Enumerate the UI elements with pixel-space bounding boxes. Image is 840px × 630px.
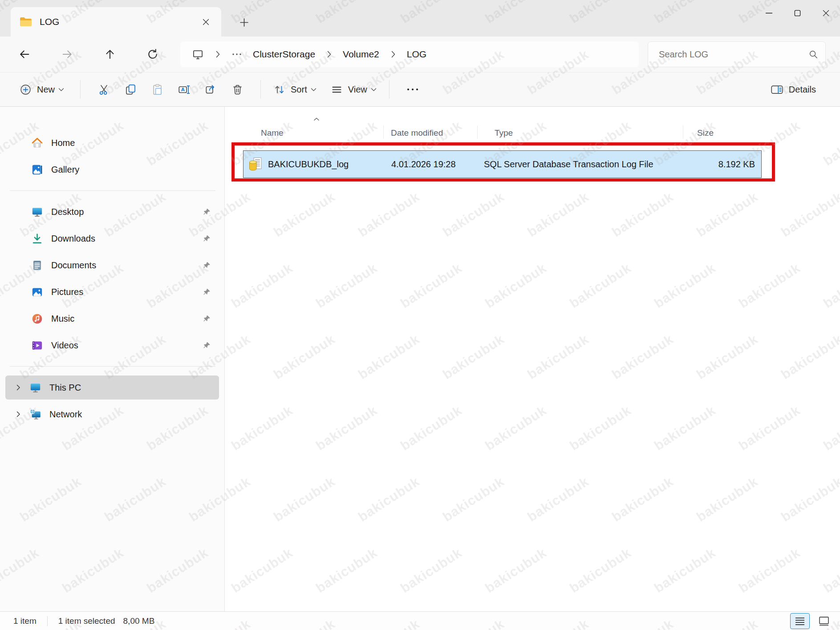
videos-icon xyxy=(31,339,43,351)
pin-icon xyxy=(203,288,211,296)
sidebar-divider xyxy=(10,190,215,191)
toolbar-divider xyxy=(389,80,390,99)
sidebar-item-documents[interactable]: Documents xyxy=(5,253,219,277)
explorer-tab[interactable]: LOG xyxy=(11,7,221,36)
sidebar-item-label: Videos xyxy=(51,340,78,351)
new-button[interactable]: New xyxy=(13,77,70,102)
home-icon xyxy=(31,137,43,149)
sidebar-item-desktop[interactable]: Desktop xyxy=(5,200,219,224)
chevron-right-icon xyxy=(390,50,396,58)
scissors-icon xyxy=(98,84,110,96)
downloads-icon xyxy=(31,233,43,245)
tab-title: LOG xyxy=(40,16,198,27)
toolbar-divider xyxy=(80,80,81,99)
sidebar-item-network[interactable]: Network xyxy=(5,402,219,426)
breadcrumb-item[interactable]: Volume2 xyxy=(343,49,379,60)
chevron-down-icon xyxy=(311,88,317,92)
column-header-size[interactable]: Size xyxy=(693,128,826,138)
back-button[interactable] xyxy=(12,42,37,67)
new-button-label: New xyxy=(37,85,55,95)
chevron-expand-icon[interactable] xyxy=(15,384,21,391)
sidebar-item-label: Home xyxy=(51,138,75,148)
sidebar-item-label: Pictures xyxy=(51,287,83,297)
address-bar[interactable]: ClusterStorage Volume2 LOG xyxy=(180,41,639,67)
details-pane-button[interactable]: Details xyxy=(766,77,824,102)
details-view-toggle[interactable] xyxy=(790,613,810,629)
delete-button[interactable] xyxy=(224,77,251,102)
share-icon xyxy=(205,84,217,96)
window-controls xyxy=(755,0,840,26)
trash-icon xyxy=(231,84,243,96)
new-tab-button[interactable] xyxy=(235,14,253,30)
sidebar-item-home[interactable]: Home xyxy=(5,131,219,155)
maximize-button[interactable] xyxy=(783,0,812,26)
sidebar-item-videos[interactable]: Videos xyxy=(5,333,219,357)
paste-button[interactable] xyxy=(144,77,170,102)
share-button[interactable] xyxy=(197,77,224,102)
sort-button[interactable]: Sort xyxy=(271,77,319,102)
search-input[interactable] xyxy=(658,49,808,60)
details-view-icon xyxy=(795,617,805,626)
column-divider[interactable] xyxy=(683,125,683,139)
breadcrumb-item-current[interactable]: LOG xyxy=(407,49,426,60)
search-icon[interactable] xyxy=(808,49,818,59)
network-icon xyxy=(29,408,41,420)
chevron-expand-icon[interactable] xyxy=(15,411,21,418)
chevron-right-icon xyxy=(215,50,221,58)
view-list-icon xyxy=(331,84,343,96)
file-name: BAKICUBUKDB_log xyxy=(268,159,349,170)
this-pc-icon xyxy=(29,382,41,394)
copy-icon xyxy=(125,84,137,96)
svg-text:A: A xyxy=(181,87,184,92)
more-options-button[interactable] xyxy=(399,77,426,102)
forward-button[interactable] xyxy=(55,42,80,67)
sidebar-item-music[interactable]: Music xyxy=(5,307,219,331)
sidebar-item-downloads[interactable]: Downloads xyxy=(5,226,219,250)
column-header-date-modified[interactable]: Date modified xyxy=(391,128,483,138)
this-pc-monitor-icon[interactable] xyxy=(192,48,204,61)
sidebar-item-label: Desktop xyxy=(51,207,84,217)
view-button[interactable]: View xyxy=(328,77,379,102)
pictures-icon xyxy=(31,286,43,298)
chevron-down-icon xyxy=(371,88,377,92)
status-divider xyxy=(47,616,48,626)
command-bar: New A Sort View Details xyxy=(0,72,840,107)
file-size: 8.192 KB xyxy=(693,159,761,170)
documents-icon xyxy=(31,259,43,271)
refresh-button[interactable] xyxy=(140,42,165,67)
sidebar-item-label: Music xyxy=(51,314,74,324)
file-row-selected[interactable]: BAKICUBUKDB_log 4.01.2026 19:28 SQL Serv… xyxy=(243,150,762,178)
column-header-type[interactable]: Type xyxy=(483,128,693,138)
search-box[interactable] xyxy=(648,41,826,67)
clipboard-icon xyxy=(151,84,163,96)
sort-ascending-indicator xyxy=(313,117,320,121)
navigation-bar: ClusterStorage Volume2 LOG xyxy=(0,36,840,72)
sidebar-item-pictures[interactable]: Pictures xyxy=(5,280,219,304)
breadcrumb-overflow-icon[interactable] xyxy=(231,52,242,56)
plus-circle-icon xyxy=(20,84,32,96)
cut-button[interactable] xyxy=(90,77,117,102)
tab-close-icon[interactable] xyxy=(198,14,213,29)
ellipsis-icon xyxy=(406,88,419,91)
selection-size: 8,00 MB xyxy=(123,616,155,626)
rename-icon: A xyxy=(178,84,190,96)
breadcrumb-item[interactable]: ClusterStorage xyxy=(253,49,315,60)
minimize-button[interactable] xyxy=(755,0,783,26)
title-bar: LOG xyxy=(0,0,840,36)
column-headers: Name Date modified Type Size xyxy=(243,125,826,141)
selection-count: 1 item selected xyxy=(58,616,115,626)
copy-button[interactable] xyxy=(117,77,144,102)
rename-button[interactable]: A xyxy=(170,77,197,102)
sidebar-item-gallery[interactable]: Gallery xyxy=(5,158,219,182)
thumbnail-view-icon xyxy=(818,616,830,626)
close-button[interactable] xyxy=(812,0,840,26)
up-button[interactable] xyxy=(97,42,122,67)
sidebar-item-this-pc[interactable]: This PC xyxy=(5,376,219,400)
sidebar-item-label: Network xyxy=(49,409,82,420)
column-header-name[interactable]: Name xyxy=(243,128,391,138)
thumbnail-view-toggle[interactable] xyxy=(814,613,834,629)
column-divider[interactable] xyxy=(477,125,478,139)
column-divider[interactable] xyxy=(383,125,384,139)
pin-icon xyxy=(203,315,211,323)
pin-icon xyxy=(203,208,211,216)
